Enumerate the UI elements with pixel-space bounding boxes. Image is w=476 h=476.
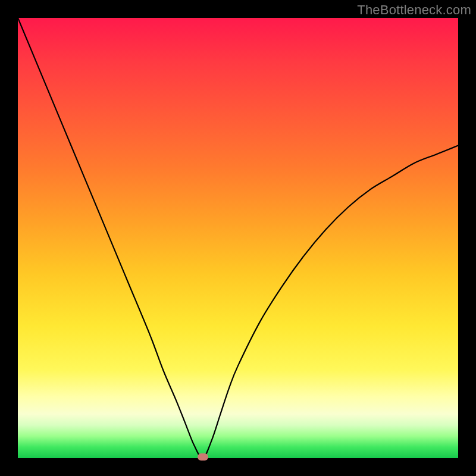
chart-frame: TheBottleneck.com xyxy=(0,0,476,476)
watermark-text: TheBottleneck.com xyxy=(357,2,471,18)
plot-area xyxy=(18,18,458,458)
bottleneck-curve xyxy=(18,18,458,458)
minimum-marker xyxy=(198,453,208,461)
